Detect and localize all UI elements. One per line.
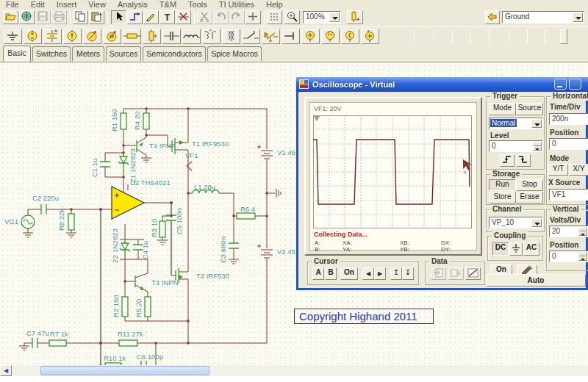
trigger-dropdown-arrow-icon[interactable] (531, 119, 542, 128)
battery-icon[interactable] (43, 29, 62, 44)
paste-button[interactable] (89, 10, 104, 24)
toolbar-handle[interactable] (560, 29, 567, 44)
close-button[interactable] (569, 79, 581, 90)
trigger-level-spinner[interactable] (533, 142, 542, 151)
oscilloscope-titlebar[interactable]: Oscilloscope - Virtual (296, 77, 588, 92)
storage-run-button[interactable]: Run (489, 179, 516, 191)
scroll-left-button[interactable]: ◀ (0, 365, 12, 376)
menu-tools[interactable]: Tools (182, 0, 213, 10)
undo-button[interactable] (213, 10, 229, 24)
voltage-source-icon[interactable] (24, 29, 42, 44)
menu-ti-utilities[interactable]: TI Utilities (213, 0, 260, 10)
switch-icon[interactable] (242, 29, 260, 44)
mode-xy-button[interactable]: X/Y (569, 164, 588, 176)
mode-yt-button[interactable]: Y/T (548, 164, 568, 176)
coupled-inductor-icon[interactable] (202, 29, 220, 44)
menu-edit[interactable]: Edit (25, 0, 51, 10)
trigger-source-button[interactable]: Source (516, 103, 543, 115)
menu-analysis[interactable]: Analysis (112, 0, 154, 10)
vf1-probe-icon[interactable] (187, 162, 192, 170)
h-position-input[interactable]: 0 (549, 138, 588, 150)
menu-help[interactable]: Help (260, 0, 289, 10)
redo-button[interactable] (229, 10, 245, 24)
zoom-level-combobox[interactable]: 100% (303, 11, 341, 24)
grid-toggle-button[interactable] (267, 10, 282, 24)
ground-select-icon[interactable] (485, 10, 500, 24)
horizontal-scrollbar[interactable]: ◀ (0, 365, 588, 376)
tab-basic[interactable]: Basic (3, 46, 31, 62)
cursor-down-button[interactable]: ↧ (402, 267, 414, 280)
menu-view[interactable]: View (82, 0, 112, 10)
zoom-dropdown-arrow-icon[interactable] (329, 12, 340, 22)
component-list-combobox[interactable]: Ground (502, 11, 584, 24)
trigger-rising-edge-button[interactable] (500, 154, 514, 167)
macro-ic1-icon[interactable] (301, 29, 320, 44)
data-export-button[interactable] (448, 267, 464, 280)
voltmeter-icon[interactable] (83, 29, 101, 44)
pencil-tool-button[interactable] (143, 10, 159, 24)
tab-spice-macros[interactable]: Spice Macros (207, 46, 262, 61)
open-file-button[interactable] (3, 10, 18, 24)
minimize-button[interactable] (554, 79, 567, 90)
macro-ic2-icon[interactable] (321, 29, 340, 44)
trigger-falling-edge-button[interactable] (516, 154, 531, 167)
wire-tool-button[interactable] (127, 10, 143, 24)
text-tool-button[interactable]: T (159, 10, 175, 24)
open-web-button[interactable] (19, 10, 35, 24)
trigger-mode-combobox[interactable]: Normal (489, 118, 543, 129)
coupling-ac-button[interactable]: AC (523, 242, 539, 256)
voltsdiv-input[interactable]: 20 (549, 226, 588, 237)
resistor-icon[interactable] (123, 29, 141, 44)
cursor-b-button[interactable]: B (325, 267, 337, 280)
tab-switches[interactable]: Switches (32, 46, 71, 61)
timediv-input[interactable]: 200n (549, 113, 588, 125)
controlled-switch-icon[interactable] (262, 29, 280, 44)
potentiometer-icon[interactable] (143, 29, 161, 44)
menu-tm[interactable]: T&M (154, 0, 182, 10)
menu-file[interactable]: File (0, 0, 25, 10)
tab-sources[interactable]: Sources (106, 46, 141, 61)
inductor-icon[interactable] (182, 29, 201, 44)
v-position-input[interactable]: 0 (549, 251, 588, 262)
ground-component-icon[interactable] (4, 29, 22, 44)
copy-button[interactable] (73, 10, 88, 24)
crosshair-button[interactable] (245, 10, 261, 24)
current-source-icon[interactable] (63, 29, 82, 44)
find-component-button[interactable] (347, 10, 363, 24)
tab-semiconductors[interactable]: Semiconductors (143, 46, 206, 61)
transformer-icon[interactable] (222, 29, 240, 44)
channel-dropdown-arrow-icon[interactable] (531, 218, 542, 227)
coupling-dc-button[interactable]: DC (492, 242, 509, 256)
v-position-spinner[interactable] (578, 252, 587, 261)
menu-insert[interactable]: Insert (51, 0, 83, 10)
tab-meters[interactable]: Meters (72, 46, 104, 61)
print-button[interactable] (51, 10, 67, 24)
save-button[interactable] (35, 10, 51, 24)
trigger-level-input[interactable]: 0 (489, 140, 543, 152)
auto-button[interactable]: Auto (486, 274, 586, 286)
x-source-input[interactable]: VF1 (549, 189, 588, 201)
cursor-left-button[interactable]: ◀ (362, 267, 374, 280)
opamp-u2[interactable] (112, 187, 144, 219)
macro-ic4-icon[interactable] (361, 29, 379, 44)
data-save-button[interactable] (431, 267, 446, 280)
cursor-a-button[interactable]: A (312, 267, 324, 280)
cursor-on-button[interactable]: On (340, 267, 358, 280)
channel-combobox[interactable]: VP_10 (489, 217, 543, 228)
zoom-tool-button[interactable] (284, 10, 300, 24)
select-tool-button[interactable] (111, 10, 126, 24)
component-dropdown-arrow-icon[interactable] (573, 12, 583, 22)
delete-wire-tool-button[interactable] (176, 10, 191, 24)
storage-stop-button[interactable]: Stop (516, 179, 543, 191)
cursor-up-button[interactable]: ↥ (390, 267, 402, 280)
voltsdiv-spinner[interactable] (578, 227, 587, 236)
macro-ic3-icon[interactable] (341, 29, 359, 44)
coupling-ground-button[interactable] (509, 242, 523, 256)
storage-store-button[interactable]: Store (489, 192, 516, 203)
trigger-mode-button[interactable]: Mode (489, 103, 516, 115)
data-curve-button[interactable] (465, 267, 481, 280)
terminal-icon[interactable] (282, 29, 300, 44)
oscilloscope-window[interactable]: Oscilloscope - Virtual VF1: 20V Collecti… (296, 77, 588, 290)
scrollbar-thumb[interactable] (40, 366, 209, 375)
storage-erase-button[interactable]: Erase (516, 192, 543, 203)
